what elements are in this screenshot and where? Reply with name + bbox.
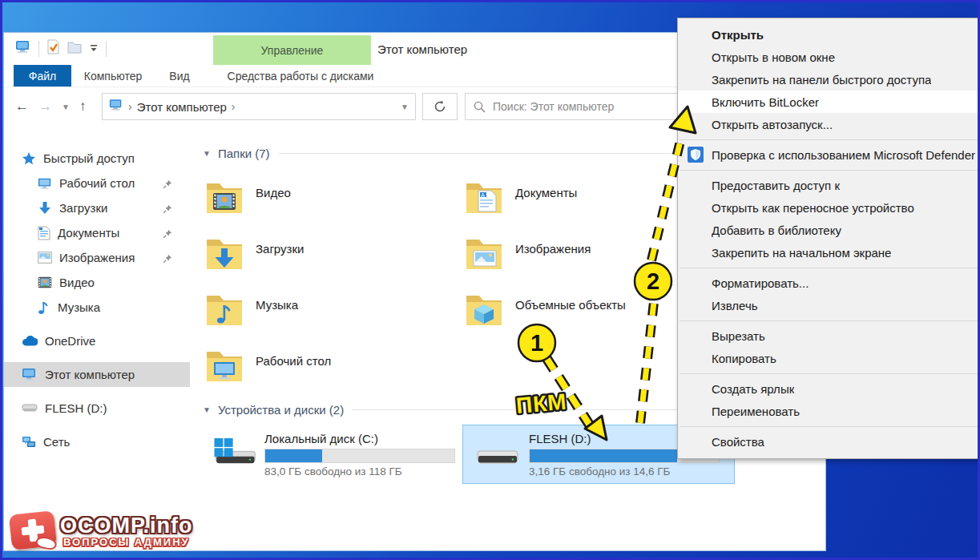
this-pc-icon bbox=[109, 99, 123, 114]
toolbar-separator bbox=[106, 41, 107, 57]
tab-drive-tools[interactable]: Средства работы с дисками bbox=[212, 65, 389, 87]
back-button[interactable]: ← bbox=[15, 99, 29, 115]
menu-separator bbox=[678, 135, 979, 143]
drive-tile-c[interactable]: Локальный диск (C:) 83,0 ГБ свободно из … bbox=[203, 425, 462, 484]
network-icon bbox=[22, 436, 36, 449]
folder-tile-desktop[interactable]: Рабочий стол bbox=[203, 338, 462, 394]
sidebar-item-desktop[interactable]: Рабочий стол bbox=[4, 171, 190, 195]
sidebar-item-flesh-drive[interactable]: FLESH (D:) bbox=[4, 396, 190, 421]
sidebar-item-music[interactable]: Музыка bbox=[4, 295, 190, 320]
first-aid-kit-icon bbox=[9, 510, 57, 550]
drive-usage-bar bbox=[264, 449, 455, 463]
tab-computer[interactable]: Компьютер bbox=[71, 65, 155, 87]
folder-3d-objects-icon bbox=[462, 288, 506, 332]
forward-button[interactable]: → bbox=[38, 99, 52, 115]
logo-title: OCOMP.info bbox=[60, 514, 193, 538]
properties-button[interactable] bbox=[46, 39, 60, 58]
folder-documents-icon: A bbox=[462, 176, 506, 220]
downloads-icon bbox=[38, 201, 52, 216]
usb-drive-icon bbox=[470, 433, 522, 475]
menu-item-format[interactable]: Форматировать... bbox=[678, 272, 979, 294]
ocomp-watermark: OCOMP.info ВОПРОСЫ АДМИНУ bbox=[10, 513, 193, 548]
collapse-chevron-icon: ▼ bbox=[203, 149, 211, 158]
sidebar-item-onedrive[interactable]: OneDrive bbox=[4, 328, 190, 353]
folder-tile-music[interactable]: Музыка bbox=[203, 282, 462, 338]
context-menu: Открыть Открыть в новом окне Закрепить н… bbox=[677, 18, 980, 459]
drive-usage-fill bbox=[265, 449, 322, 462]
local-disk-icon bbox=[210, 433, 258, 475]
sidebar-item-this-pc[interactable]: Этот компьютер bbox=[4, 362, 190, 387]
videos-icon bbox=[38, 276, 52, 288]
folder-music-icon bbox=[203, 288, 246, 332]
window-title: Этот компьютер bbox=[377, 42, 467, 56]
recent-locations-chevron[interactable]: ▼ bbox=[62, 103, 70, 111]
pin-icon bbox=[163, 178, 172, 191]
desktop-icon bbox=[38, 177, 52, 190]
tab-view[interactable]: Вид bbox=[155, 65, 204, 87]
menu-item-pin-quick-access[interactable]: Закрепить на панели быстрого доступа bbox=[678, 68, 979, 91]
sidebar-item-downloads[interactable]: Загрузки bbox=[4, 195, 190, 220]
toolbar-separator bbox=[38, 41, 39, 57]
quick-access-toolbar bbox=[15, 39, 107, 58]
menu-separator bbox=[678, 422, 979, 430]
pin-icon bbox=[163, 203, 172, 216]
navigation-pane: Быстрый доступ Рабочий стол Загрузки Док… bbox=[4, 127, 190, 550]
menu-item-create-shortcut[interactable]: Создать ярлык bbox=[678, 377, 979, 400]
menu-item-open-portable-device[interactable]: Открыть как переносное устройство bbox=[678, 196, 979, 219]
up-button[interactable]: ↑ bbox=[79, 99, 87, 115]
menu-item-properties[interactable]: Свойства bbox=[678, 430, 979, 453]
folder-tile-videos[interactable]: Видео bbox=[203, 170, 462, 226]
folder-videos-icon bbox=[203, 176, 246, 220]
defender-shield-icon bbox=[688, 147, 704, 163]
menu-item-open[interactable]: Открыть bbox=[678, 23, 979, 46]
refresh-button[interactable] bbox=[422, 93, 458, 120]
pin-icon bbox=[163, 228, 172, 241]
folder-pictures-icon bbox=[462, 232, 506, 276]
menu-item-cut[interactable]: Вырезать bbox=[678, 324, 979, 347]
menu-item-open-new-window[interactable]: Открыть в новом окне bbox=[678, 46, 979, 68]
collapse-chevron-icon: ▼ bbox=[203, 405, 211, 414]
address-dropdown-chevron[interactable]: ▼ bbox=[401, 103, 409, 111]
tab-file[interactable]: Файл bbox=[14, 65, 71, 87]
menu-item-eject[interactable]: Извлечь bbox=[678, 294, 979, 316]
folder-downloads-icon bbox=[203, 232, 246, 276]
menu-item-rename[interactable]: Переименовать bbox=[678, 400, 979, 422]
search-icon bbox=[474, 101, 486, 113]
sidebar-item-pictures[interactable]: Изображения bbox=[4, 245, 190, 270]
logo-subtitle: ВОПРОСЫ АДМИНУ bbox=[63, 536, 193, 548]
documents-icon bbox=[38, 226, 50, 240]
sidebar-item-network[interactable]: Сеть bbox=[4, 429, 190, 454]
svg-text:A: A bbox=[481, 192, 485, 199]
onedrive-cloud-icon bbox=[22, 336, 38, 346]
this-pc-icon bbox=[15, 41, 31, 57]
menu-separator bbox=[678, 369, 979, 377]
search-box[interactable]: Поиск: Этот компьютер bbox=[465, 93, 680, 120]
quick-access-star-icon bbox=[22, 151, 36, 166]
pin-icon bbox=[163, 252, 172, 266]
folder-desktop-icon bbox=[203, 344, 246, 388]
sidebar-item-quick-access[interactable]: Быстрый доступ bbox=[4, 146, 190, 171]
sidebar-item-documents[interactable]: Документы bbox=[4, 220, 190, 245]
new-folder-button[interactable] bbox=[67, 41, 82, 57]
menu-item-copy[interactable]: Копировать bbox=[678, 347, 979, 369]
menu-item-enable-bitlocker[interactable]: Включить BitLocker bbox=[678, 91, 979, 113]
menu-item-add-to-library[interactable]: Добавить в библиотеку bbox=[678, 219, 979, 241]
menu-item-defender-scan[interactable]: Проверка с использованием Microsoft Defe… bbox=[678, 143, 979, 166]
breadcrumb-item-this-pc[interactable]: Этот компьютер bbox=[137, 100, 227, 114]
drive-usage-fill bbox=[530, 449, 677, 462]
menu-separator bbox=[678, 316, 979, 324]
drive-free-space: 83,0 ГБ свободно из 118 ГБ bbox=[264, 465, 455, 477]
menu-item-give-access[interactable]: Предоставить доступ к bbox=[678, 174, 979, 196]
navigation-buttons: ← → ▼ ↑ bbox=[15, 99, 102, 115]
customize-toolbar-chevron[interactable] bbox=[89, 42, 99, 56]
folder-tile-downloads[interactable]: Загрузки bbox=[203, 226, 462, 282]
menu-item-open-autoplay[interactable]: Открыть автозапуск... bbox=[678, 113, 979, 135]
usb-drive-icon bbox=[22, 403, 38, 413]
breadcrumb-separator: › bbox=[232, 100, 236, 113]
menu-item-pin-to-start[interactable]: Закрепить на начальном экране bbox=[678, 241, 979, 264]
sidebar-item-videos[interactable]: Видео bbox=[4, 270, 190, 295]
breadcrumb[interactable]: › Этот компьютер › ▼ bbox=[102, 93, 416, 120]
contextual-tab-header: Управление bbox=[213, 35, 371, 65]
search-placeholder: Поиск: Этот компьютер bbox=[493, 100, 614, 113]
this-pc-icon bbox=[22, 369, 38, 381]
